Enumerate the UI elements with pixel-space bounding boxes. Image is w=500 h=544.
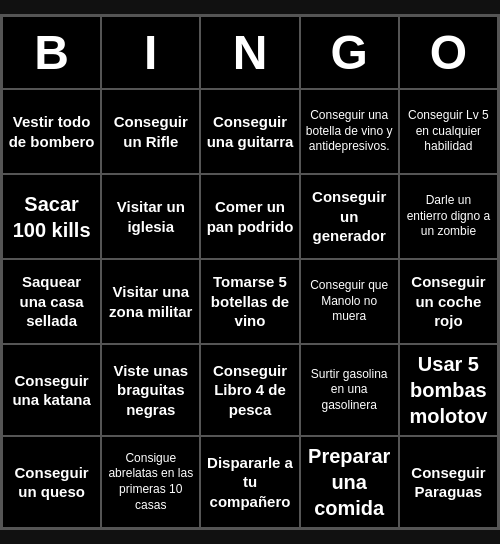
- bingo-cell: Vestir todo de bombero: [2, 89, 101, 174]
- bingo-cell: Conseguir Lv 5 en cualquier habilidad: [399, 89, 498, 174]
- bingo-cell: Visitar un iglesia: [101, 174, 200, 259]
- bingo-cell: Comer un pan podrido: [200, 174, 299, 259]
- bingo-letter: B: [2, 16, 101, 89]
- bingo-cell: Conseguir una katana: [2, 344, 101, 436]
- bingo-cell: Conseguir un queso: [2, 436, 101, 528]
- bingo-letter: N: [200, 16, 299, 89]
- bingo-cell: Conseguir un coche rojo: [399, 259, 498, 344]
- bingo-cell: Consigue abrelatas en las primeras 10 ca…: [101, 436, 200, 528]
- bingo-cell: Usar 5 bombas molotov: [399, 344, 498, 436]
- bingo-cell: Conseguir una botella de vino y antidepr…: [300, 89, 399, 174]
- bingo-cell: Conseguir un generador: [300, 174, 399, 259]
- bingo-cell: Dispararle a tu compañero: [200, 436, 299, 528]
- bingo-cell: Visitar una zona militar: [101, 259, 200, 344]
- bingo-letter: G: [300, 16, 399, 89]
- bingo-header: BINGO: [2, 16, 498, 89]
- bingo-cell: Surtir gasolina en una gasolinera: [300, 344, 399, 436]
- bingo-letter: I: [101, 16, 200, 89]
- bingo-letter: O: [399, 16, 498, 89]
- bingo-grid: Vestir todo de bomberoConseguir un Rifle…: [2, 89, 498, 528]
- bingo-cell: Conseguir un Rifle: [101, 89, 200, 174]
- bingo-cell: Preparar una comida: [300, 436, 399, 528]
- bingo-cell: Conseguir Paraguas: [399, 436, 498, 528]
- bingo-cell: Tomarse 5 botellas de vino: [200, 259, 299, 344]
- bingo-cell: Conseguir Libro 4 de pesca: [200, 344, 299, 436]
- bingo-cell: Darle un entierro digno a un zombie: [399, 174, 498, 259]
- bingo-cell: Saquear una casa sellada: [2, 259, 101, 344]
- bingo-cell: Conseguir que Manolo no muera: [300, 259, 399, 344]
- bingo-cell: Sacar 100 kills: [2, 174, 101, 259]
- bingo-card: BINGO Vestir todo de bomberoConseguir un…: [0, 14, 500, 530]
- bingo-cell: Conseguir una guitarra: [200, 89, 299, 174]
- bingo-cell: Viste unas braguitas negras: [101, 344, 200, 436]
